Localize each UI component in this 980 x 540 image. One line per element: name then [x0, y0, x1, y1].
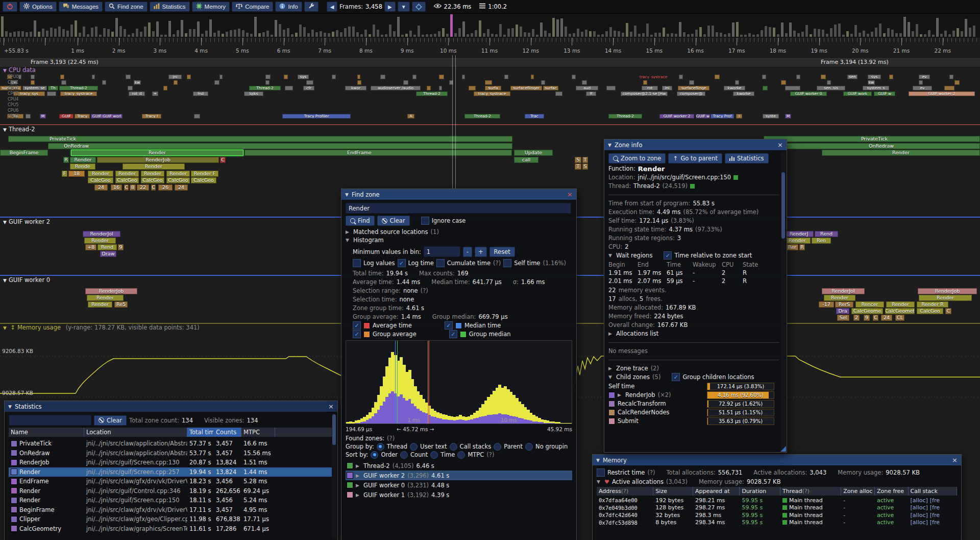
- frame-bar[interactable]: [266, 31, 269, 37]
- zone[interactable]: Render: [822, 150, 980, 156]
- frame-bar[interactable]: [62, 29, 65, 37]
- zone[interactable]: PrivateTick: [764, 136, 980, 142]
- zone[interactable]: S: [575, 157, 581, 163]
- zone[interactable]: 24: [94, 184, 108, 191]
- frame-bar[interactable]: [324, 33, 326, 37]
- zone[interactable]: [306, 80, 313, 85]
- zone[interactable]: composer@: [677, 91, 705, 96]
- frame-bar[interactable]: [413, 35, 416, 37]
- frame-bar[interactable]: [66, 31, 69, 37]
- zone[interactable]: Render F: [191, 171, 218, 177]
- frame-bar[interactable]: [21, 31, 24, 37]
- radio-button[interactable]: [525, 443, 533, 451]
- free-link[interactable]: [fre: [930, 519, 940, 526]
- frame-bar[interactable]: [340, 32, 342, 37]
- zone[interactable]: Render: [88, 301, 112, 308]
- zone[interactable]: kw: [134, 80, 141, 85]
- frame-bar[interactable]: [961, 31, 963, 37]
- zone[interactable]: aud: [576, 86, 598, 90]
- frame-bar[interactable]: [344, 28, 347, 37]
- zone[interactable]: Tracy: [75, 114, 90, 119]
- zone[interactable]: Thread-2: [59, 86, 98, 90]
- frame-bar[interactable]: [765, 26, 767, 37]
- child-zone-row[interactable]: ▶RenderJob(×2)4.16 ms (92.60%): [608, 391, 779, 399]
- frame-bar[interactable]: [230, 30, 232, 37]
- frame-bar[interactable]: [328, 33, 330, 37]
- frame-bar[interactable]: [916, 24, 918, 37]
- zone[interactable]: RenderJ: [784, 231, 814, 237]
- frame-dropdown-button[interactable]: ▼: [398, 2, 410, 12]
- frame-bar[interactable]: [13, 32, 16, 37]
- frame-bar[interactable]: [679, 22, 681, 37]
- zone[interactable]: C: [945, 308, 951, 314]
- frame-bar[interactable]: [442, 28, 445, 37]
- zone[interactable]: RenderJob: [97, 157, 219, 163]
- child-zone-row[interactable]: CalcRenderNodes51.51 μs (1.15%): [608, 408, 779, 416]
- prev-frame-button[interactable]: ◀: [327, 2, 338, 12]
- frame-bar[interactable]: [748, 33, 751, 37]
- frame-bar[interactable]: [556, 19, 559, 37]
- zone[interactable]: Rer: [786, 244, 798, 250]
- frame-bar[interactable]: [234, 30, 236, 37]
- frame-bar[interactable]: [46, 31, 48, 37]
- column-header-appeared-at[interactable]: Appeared at: [693, 487, 740, 496]
- table-row[interactable]: Clipperjni/../jni/src/claw/gfx/geo/Clipp…: [9, 514, 333, 524]
- free-link[interactable]: [fre: [930, 512, 940, 519]
- frame-bar[interactable]: [834, 25, 837, 37]
- frame-bar[interactable]: [650, 35, 653, 37]
- zone[interactable]: 26: [158, 184, 173, 191]
- frame-bar[interactable]: [111, 32, 114, 37]
- -button[interactable]: +: [475, 247, 487, 257]
- frame-bar[interactable]: [393, 31, 396, 37]
- zone[interactable]: 24: [881, 315, 892, 321]
- frame-bar[interactable]: [630, 32, 632, 37]
- zone[interactable]: [174, 80, 178, 85]
- zone[interactable]: [128, 86, 133, 90]
- frame-bar[interactable]: [5, 31, 8, 37]
- frame-bar[interactable]: [487, 29, 489, 37]
- find-button[interactable]: Find: [346, 216, 375, 226]
- frame-bar[interactable]: [818, 29, 820, 37]
- frame-bar[interactable]: [168, 21, 171, 37]
- frame-bar[interactable]: [928, 30, 930, 37]
- frame-bar[interactable]: [712, 26, 714, 37]
- frame-bar[interactable]: [140, 32, 142, 37]
- zone[interactable]: Trac: [525, 114, 544, 119]
- frame-bar[interactable]: [307, 33, 310, 37]
- frame-bar[interactable]: [299, 25, 302, 37]
- frame-bar[interactable]: [275, 20, 277, 37]
- table-row[interactable]: Renderjni/../jni/src/guif/Control.cpp:34…: [9, 486, 333, 496]
- frame-bar[interactable]: [107, 29, 110, 37]
- frame-bar[interactable]: [769, 27, 771, 37]
- frame-bar[interactable]: [54, 29, 57, 37]
- zone[interactable]: [439, 75, 444, 79]
- frame-bar[interactable]: [540, 22, 543, 37]
- frame-bar[interactable]: [699, 27, 702, 37]
- zone[interactable]: Render: [886, 301, 915, 308]
- frame-bar[interactable]: [103, 28, 106, 37]
- frame-bar[interactable]: [279, 24, 281, 37]
- frame-bar[interactable]: [761, 30, 763, 37]
- search-input[interactable]: [346, 203, 571, 214]
- frame-bar[interactable]: [271, 35, 273, 37]
- frame-bar[interactable]: [781, 22, 783, 37]
- child-zone-row[interactable]: RecalcTransform72.92 μs (1.62%): [608, 400, 779, 408]
- column-header-address[interactable]: Address(?): [597, 487, 653, 496]
- zone[interactable]: [889, 75, 893, 79]
- frame-bar[interactable]: [385, 34, 387, 37]
- frame-bar[interactable]: [536, 35, 538, 37]
- zone[interactable]: [715, 75, 720, 79]
- zone[interactable]: R: [799, 244, 805, 250]
- frame-bar[interactable]: [511, 28, 514, 37]
- frame-bar[interactable]: [605, 31, 608, 37]
- zone[interactable]: CalcGeo: [166, 177, 190, 183]
- alloc-link[interactable]: [alloc]: [911, 504, 928, 511]
- zone[interactable]: Tracy Profiler: [282, 114, 351, 119]
- frame-bar[interactable]: [226, 32, 228, 37]
- zone[interactable]: [462, 75, 465, 79]
- frame-bar[interactable]: [291, 34, 293, 37]
- frame-minimap[interactable]: [0, 13, 980, 38]
- frame-bar[interactable]: [548, 33, 551, 37]
- collapse-arrow[interactable]: ▶: [608, 366, 614, 371]
- close-icon[interactable]: ×: [567, 191, 573, 198]
